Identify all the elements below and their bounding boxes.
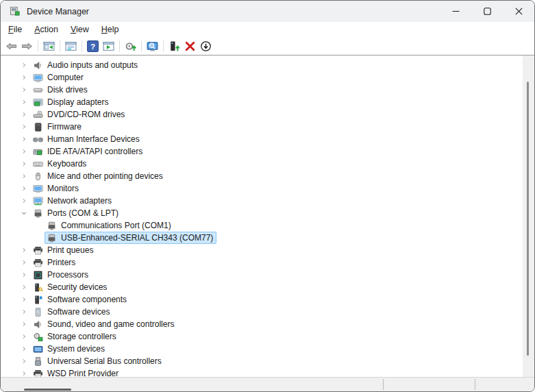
minimize-icon	[452, 8, 460, 15]
add-drivers-button[interactable]	[166, 38, 182, 54]
tree-item[interactable]: Keyboards	[1, 158, 534, 170]
chevron-right-icon[interactable]	[18, 245, 29, 256]
svg-text:?: ?	[90, 41, 95, 50]
tree-item-content: System devices	[31, 343, 108, 355]
tree-item-content: Disk drives	[31, 84, 91, 96]
tree-item-content: Security devices	[31, 281, 110, 293]
tree-item[interactable]: Display adapters	[1, 96, 534, 108]
tree-item-label: System devices	[47, 344, 105, 354]
chevron-right-icon[interactable]	[18, 331, 29, 342]
tree-item-label: Storage controllers	[47, 332, 116, 341]
menu-help[interactable]: Help	[95, 23, 125, 36]
forward-button[interactable]	[19, 38, 35, 54]
chevron-right-icon[interactable]	[18, 171, 29, 182]
tree-item[interactable]: Network adapters	[1, 195, 534, 207]
menubar: FileActionViewHelp	[1, 22, 534, 37]
tree-item-label: Mice and other pointing devices	[47, 171, 163, 181]
tree-item[interactable]: Firmware	[1, 121, 534, 133]
tree-item[interactable]: Processors	[1, 269, 534, 281]
disable-device-button[interactable]	[198, 38, 214, 54]
show-console-tree-button[interactable]	[41, 38, 57, 54]
tree-item[interactable]: Software devices	[1, 306, 534, 318]
chevron-right-icon[interactable]	[18, 319, 29, 330]
tree-item[interactable]: Printers	[1, 256, 534, 269]
chevron-right-icon[interactable]	[18, 72, 29, 83]
tree-item[interactable]: Monitors	[1, 182, 534, 195]
tree-item[interactable]: Disk drives	[1, 84, 534, 96]
vertical-scrollbar[interactable]	[523, 56, 534, 377]
software-device-icon	[33, 307, 43, 317]
uninstall-device-button[interactable]	[182, 38, 198, 54]
chevron-right-icon[interactable]	[18, 257, 29, 268]
tree-item-content: IDE ATA/ATAPI controllers	[31, 145, 146, 158]
update-driver-button[interactable]	[123, 38, 138, 54]
horizontal-scrollbar-thumb[interactable]	[24, 389, 71, 391]
storage-controller-icon	[33, 332, 43, 342]
properties-button[interactable]	[63, 38, 79, 54]
close-button[interactable]	[503, 1, 534, 22]
chevron-right-icon[interactable]	[18, 60, 29, 71]
menu-view[interactable]: View	[64, 23, 95, 36]
chevron-right-icon[interactable]	[18, 306, 29, 317]
tree-item[interactable]: Mice and other pointing devices	[1, 170, 534, 182]
help-icon: ?	[87, 40, 99, 52]
tree-item-label: IDE ATA/ATAPI controllers	[47, 147, 142, 156]
chevron-right-icon[interactable]	[18, 146, 29, 157]
tree-item[interactable]: WSD Print Provider	[1, 367, 534, 377]
tree-item[interactable]: Sound, video and game controllers	[1, 318, 534, 330]
chevron-right-icon[interactable]	[18, 195, 29, 206]
maximize-button[interactable]	[471, 1, 503, 22]
tree-item[interactable]: USB-Enhanced-SERIAL CH343 (COM77)	[1, 232, 534, 244]
tree-item-content: Audio inputs and outputs	[31, 59, 141, 71]
tree-item-content: Computer	[31, 71, 87, 84]
tree-item[interactable]: Security devices	[1, 281, 534, 293]
chevron-right-icon[interactable]	[18, 109, 29, 120]
chevron-right-icon[interactable]	[18, 84, 29, 95]
toolbar-separator	[119, 40, 120, 52]
chevron-right-icon[interactable]	[18, 183, 29, 194]
chevron-right-icon[interactable]	[18, 294, 29, 305]
tree-item[interactable]: Universal Serial Bus controllers	[1, 355, 534, 367]
help-button[interactable]: ?	[85, 38, 101, 54]
minimize-button[interactable]	[440, 1, 471, 22]
vertical-scrollbar-thumb[interactable]	[527, 82, 529, 356]
back-button[interactable]	[3, 38, 19, 54]
chevron-right-icon[interactable]	[18, 97, 29, 108]
tree-item[interactable]: System devices	[1, 343, 534, 355]
caption-buttons	[440, 1, 534, 22]
show-console-tree-icon	[43, 40, 55, 52]
scan-hardware-changes-button[interactable]	[145, 38, 160, 54]
printer-icon	[33, 245, 43, 256]
tree-item-label: Computer	[47, 73, 84, 82]
tree-item-label: Security devices	[47, 282, 107, 292]
tree-item-label: Communications Port (COM1)	[61, 221, 171, 230]
chevron-right-icon[interactable]	[18, 343, 29, 354]
tree-item[interactable]: Storage controllers	[1, 330, 534, 343]
tree-item[interactable]: DVD/CD-ROM drives	[1, 108, 534, 121]
show-action-pane-button[interactable]	[101, 38, 116, 54]
chevron-right-icon[interactable]	[18, 134, 29, 145]
chevron-down-icon[interactable]	[18, 208, 29, 219]
tree-item-content: Human Interface Devices	[31, 133, 143, 145]
tree-item[interactable]: Audio inputs and outputs	[1, 59, 534, 71]
menu-file[interactable]: File	[2, 23, 28, 36]
chevron-right-icon[interactable]	[18, 282, 29, 293]
chevron-right-icon[interactable]	[18, 368, 29, 377]
chevron-right-icon[interactable]	[18, 158, 29, 169]
tree-item-content: Firmware	[31, 121, 85, 133]
usb-icon	[33, 356, 43, 367]
tree-item-label: Disk drives	[47, 85, 88, 95]
close-icon	[515, 8, 523, 15]
tree-item[interactable]: Software components	[1, 293, 534, 306]
chevron-right-icon[interactable]	[18, 356, 29, 367]
tree-item-content: Software devices	[31, 306, 113, 318]
tree-item[interactable]: Ports (COM & LPT)	[1, 207, 534, 219]
chevron-right-icon[interactable]	[18, 269, 29, 280]
tree-item[interactable]: Human Interface Devices	[1, 133, 534, 145]
chevron-right-icon[interactable]	[18, 121, 29, 132]
menu-action[interactable]: Action	[28, 23, 64, 36]
tree-item[interactable]: IDE ATA/ATAPI controllers	[1, 145, 534, 158]
tree-item[interactable]: Print queues	[1, 244, 534, 256]
tree-item[interactable]: Communications Port (COM1)	[1, 219, 534, 232]
tree-item[interactable]: Computer	[1, 71, 534, 84]
